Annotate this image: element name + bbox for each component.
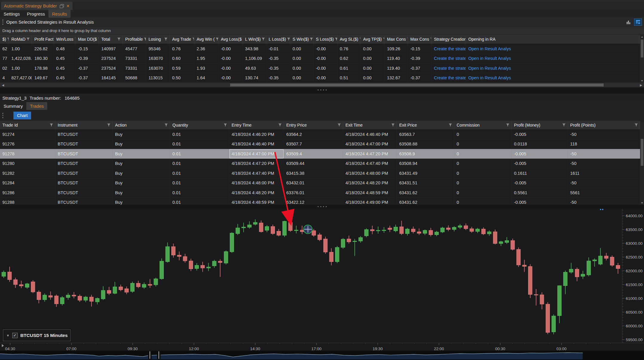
- scroll-up-icon[interactable]: ▲: [640, 35, 644, 39]
- cell-link[interactable]: Create the strategy: [432, 44, 466, 54]
- column-header[interactable]: Entry Time: [229, 121, 284, 129]
- column-header[interactable]: Losing: [146, 35, 170, 44]
- cell-link[interactable]: Open in Result Analys: [466, 73, 640, 83]
- cell-link[interactable]: Open in Result Analys: [466, 44, 640, 54]
- trades-vertical-scrollbar[interactable]: ▼: [640, 121, 644, 205]
- chart-button[interactable]: Chart: [13, 112, 31, 119]
- navigator-range-handle[interactable]: [157, 351, 160, 359]
- series-visibility-checkbox[interactable]: ✓: [12, 333, 18, 338]
- column-header[interactable]: S Loss($): [313, 35, 337, 44]
- filter-icon[interactable]: [310, 38, 313, 41]
- column-header[interactable]: Avg SL($): [337, 35, 361, 44]
- column-header[interactable]: Profitable: [123, 35, 146, 44]
- scroll-thumb[interactable]: [641, 40, 643, 57]
- strategy-row[interactable]: 771,422,028.00180.300.45-0.3923752473331…: [0, 54, 640, 64]
- column-header[interactable]: Profit Fact: [32, 35, 54, 44]
- strategy-row[interactable]: 4827,427.00149.670.45-0.3716414550688113…: [0, 73, 640, 83]
- tab-summary[interactable]: Summary: [0, 102, 26, 110]
- scroll-down-icon[interactable]: ▼: [640, 201, 644, 205]
- column-header[interactable]: Profit (Money): [512, 121, 568, 129]
- close-icon[interactable]: ✕: [66, 4, 70, 8]
- filter-icon[interactable]: [449, 124, 452, 127]
- filter-icon[interactable]: [164, 38, 168, 41]
- column-header[interactable]: Exit Time: [343, 121, 397, 129]
- tab-progress[interactable]: Progress: [23, 10, 48, 18]
- trade-row[interactable]: 91284BTCUSDTBuy0.014/18/2024 4:48:00 PM6…: [0, 178, 640, 188]
- navigator-range-handle[interactable]: [148, 351, 152, 359]
- trade-row[interactable]: 91274BTCUSDTBuy0.014/18/2024 4:46:20 PM6…: [0, 130, 640, 139]
- cell-link[interactable]: Open in Result Analys: [466, 54, 640, 63]
- strategies-horizontal-scrollbar[interactable]: ◀ ▶: [0, 83, 644, 87]
- splitter-handle[interactable]: ····: [317, 205, 328, 208]
- float-window-icon[interactable]: [60, 4, 64, 8]
- cell-link[interactable]: Open in Result Analys: [466, 63, 640, 73]
- column-header[interactable]: Avg Trade: [170, 35, 194, 44]
- chart-legend[interactable]: ▼ ✓ BTCUSDT 15 Minutes: [3, 329, 71, 341]
- filter-icon[interactable]: [391, 124, 395, 127]
- group-by-drop-zone[interactable]: Drag a column header and drop it here to…: [0, 27, 644, 35]
- strategy-row[interactable]: 621.00226.820.48-0.1514099745477953460.7…: [0, 44, 640, 54]
- scroll-thumb[interactable]: [641, 139, 643, 166]
- grid-view-icon[interactable]: [634, 19, 642, 25]
- strategy-row[interactable]: 021.00178.980.45-0.37237524733311630700.…: [0, 63, 640, 73]
- column-header[interactable]: Quantity: [170, 121, 229, 129]
- open-selected-strategies-button[interactable]: Open Selected Strategies in Result Analy…: [6, 19, 94, 25]
- column-header[interactable]: Avg TP($): [361, 35, 385, 44]
- filter-icon[interactable]: [216, 38, 218, 41]
- column-header[interactable]: Avg Win (: [194, 35, 218, 44]
- trade-row[interactable]: 91282BTCUSDTBuy0.014/18/2024 4:47:40 PM6…: [0, 168, 640, 178]
- scroll-down-icon[interactable]: ▼: [640, 79, 644, 83]
- tab-settings[interactable]: Settings: [0, 10, 23, 18]
- scroll-thumb[interactable]: [230, 83, 604, 86]
- column-header[interactable]: RoMaD: [9, 35, 32, 44]
- column-header[interactable]: Exit Price: [397, 121, 454, 129]
- scroll-left-icon[interactable]: ◀: [1, 83, 5, 87]
- filter-icon[interactable]: [224, 124, 227, 127]
- column-header[interactable]: Total: [99, 35, 123, 44]
- tab-results[interactable]: Results: [48, 10, 71, 18]
- toolbar-grip[interactable]: [2, 19, 3, 25]
- filter-icon[interactable]: [335, 38, 337, 41]
- document-tab-automatic-strategy-builder[interactable]: Automatic Strategy Builder ✕: [1, 2, 73, 10]
- filter-icon[interactable]: [562, 124, 566, 127]
- cell-link[interactable]: Create the strategy: [432, 54, 466, 63]
- column-header[interactable]: Action: [113, 121, 170, 129]
- column-header[interactable]: Avg Loss($: [218, 35, 243, 44]
- column-header[interactable]: $): [0, 35, 9, 44]
- trade-row[interactable]: 91278BTCUSDTBuy0.014/18/2024 4:47:00 PM6…: [0, 149, 640, 159]
- trade-row[interactable]: 91276BTCUSDTBuy0.014/18/2024 4:46:40 PM6…: [0, 139, 640, 149]
- chevron-down-icon[interactable]: ▼: [6, 334, 10, 337]
- filter-icon[interactable]: [27, 38, 30, 41]
- scroll-right-icon[interactable]: ▶: [639, 83, 643, 87]
- filter-icon[interactable]: [635, 124, 638, 127]
- column-chart-icon[interactable]: [625, 19, 632, 25]
- filter-icon[interactable]: [279, 124, 282, 127]
- column-header[interactable]: Max DD($: [76, 35, 99, 44]
- column-header[interactable]: Opening in RA: [466, 35, 640, 44]
- candlestick-chart[interactable]: 64000.0063500.0063000.0062500.0062000.00…: [0, 209, 644, 360]
- column-header[interactable]: S Win($): [290, 35, 313, 44]
- column-header[interactable]: Win/Loss: [54, 35, 76, 44]
- column-header[interactable]: L Win($): [243, 35, 266, 44]
- filter-icon[interactable]: [262, 38, 265, 41]
- tab-trades[interactable]: Trades: [26, 102, 47, 110]
- filter-icon[interactable]: [117, 38, 121, 41]
- filter-icon[interactable]: [165, 124, 168, 127]
- column-header[interactable]: Profit (Points): [568, 121, 640, 129]
- cell-link[interactable]: Create the strategy: [432, 73, 466, 83]
- column-header[interactable]: Max Cons: [408, 35, 432, 44]
- filter-icon[interactable]: [107, 124, 111, 127]
- trade-row[interactable]: 91286BTCUSDTBuy0.014/18/2024 4:48:20 PM6…: [0, 188, 640, 198]
- trade-entry-marker[interactable]: [304, 225, 312, 234]
- toolbar-grip[interactable]: [2, 113, 3, 118]
- strategies-vertical-scrollbar[interactable]: ▲ ▼: [640, 35, 644, 83]
- column-header[interactable]: Instrument: [55, 121, 113, 129]
- column-header[interactable]: Entry Price: [284, 121, 343, 129]
- column-header[interactable]: Strategy Creation: [432, 35, 466, 44]
- column-header[interactable]: L Loss($): [266, 35, 290, 44]
- column-header[interactable]: Commission: [454, 121, 512, 129]
- filter-icon[interactable]: [506, 124, 510, 127]
- column-header[interactable]: Trade Id: [0, 121, 55, 129]
- filter-icon[interactable]: [287, 38, 290, 41]
- filter-icon[interactable]: [144, 38, 146, 41]
